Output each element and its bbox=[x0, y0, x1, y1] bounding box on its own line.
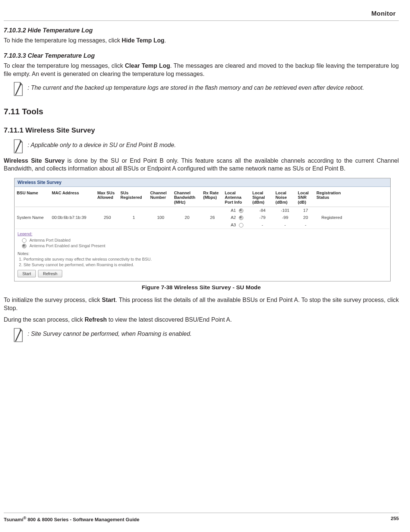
col-channel-number: Channel Number bbox=[149, 188, 173, 207]
antenna-label: A1 bbox=[231, 208, 236, 214]
cell-signal-a3: - bbox=[251, 222, 274, 229]
panel-note-2: Site Survey cannot be performed, when Ro… bbox=[23, 262, 390, 268]
cell-bsu-name: System Name bbox=[15, 214, 50, 222]
col-sus-registered: SUs Registered bbox=[119, 188, 149, 207]
header-rule bbox=[4, 20, 399, 21]
text: . bbox=[164, 37, 166, 44]
col-max-sus: Max SUs Allowed bbox=[96, 188, 119, 207]
cell-rx-rate: 26 bbox=[202, 214, 223, 222]
cell-snr-a2: 20 bbox=[296, 214, 315, 222]
wireless-site-survey-panel: Wireless Site Survey BSU Name MAC Addres… bbox=[14, 178, 391, 282]
cell-sus-registered: 1 bbox=[119, 214, 149, 222]
col-local-snr: Local SNR (dB) bbox=[296, 188, 315, 207]
cell-antenna-a2: A2 bbox=[223, 214, 251, 222]
panel-button-row: Start Refresh bbox=[18, 270, 387, 278]
heading-text: Tools bbox=[22, 107, 43, 116]
legend-disabled-icon bbox=[22, 238, 26, 243]
start-action: Start bbox=[102, 297, 115, 303]
wss-description: Wireless Site Survey is done by the SU o… bbox=[4, 157, 399, 173]
heading-7-11-1: 7.11.1 Wireless Site Survey bbox=[4, 125, 399, 135]
page-footer: Tsunami® 800 & 8000 Series - Software Ma… bbox=[4, 513, 399, 523]
text: To initialize the survey process, click bbox=[4, 297, 102, 303]
hide-temp-log-paragraph: To hide the temperature log messages, cl… bbox=[4, 36, 399, 45]
col-bandwidth: Channel Bandwidth (MHz) bbox=[173, 188, 202, 207]
antenna-a3-radio-icon bbox=[239, 223, 243, 227]
page-header-section: Monitor bbox=[4, 10, 396, 18]
note-text: : Applicable only to a device in SU or E… bbox=[28, 141, 176, 149]
note-roaming: : Site Survey cannot be performed, when … bbox=[13, 328, 399, 343]
legend-enabled: Antenna Port Enabled and Singal Present bbox=[22, 243, 390, 249]
legend-disabled: Antenna Port Disabled bbox=[22, 238, 390, 243]
refresh-button[interactable]: Refresh bbox=[38, 270, 62, 278]
cell-signal-a2: -79 bbox=[251, 214, 274, 222]
antenna-label: A2 bbox=[231, 215, 236, 221]
table-header-row: BSU Name MAC Address Max SUs Allowed SUs… bbox=[15, 188, 390, 207]
panel-notes-label: Notes: bbox=[18, 251, 387, 257]
note-icon bbox=[13, 328, 24, 343]
panel-body: BSU Name MAC Address Max SUs Allowed SUs… bbox=[15, 187, 390, 281]
start-paragraph: To initialize the survey process, click … bbox=[4, 296, 399, 312]
cell-snr-a3: - bbox=[296, 222, 315, 229]
heading-text: Wireless Site Survey bbox=[25, 126, 95, 134]
section-7-10-3-3-title: 7.10.3.3 Clear Temperature Log bbox=[4, 51, 399, 60]
note-text: : The current and the backed up temperat… bbox=[28, 84, 364, 92]
clear-temp-log-action: Clear Temp Log bbox=[125, 63, 170, 69]
table-row: System Name 00:0b:6b:b7:1b:39 250 1 100 … bbox=[15, 207, 390, 229]
wss-term: Wireless Site Survey bbox=[4, 157, 64, 164]
col-registration: Registration Status bbox=[315, 188, 348, 207]
col-local-signal: Local Signal (dBm) bbox=[251, 188, 274, 207]
footer-rule bbox=[4, 513, 399, 513]
refresh-action: Refresh bbox=[85, 316, 107, 323]
section-number: 7.10.3.3 bbox=[4, 52, 26, 59]
refresh-paragraph: During the scan process, click Refresh t… bbox=[4, 316, 399, 324]
col-mac: MAC Address bbox=[50, 188, 96, 207]
heading-number: 7.11.1 bbox=[4, 126, 23, 134]
legend-disabled-text: Antenna Port Disabled bbox=[29, 238, 70, 243]
legend-label: Legend: bbox=[18, 231, 32, 237]
note-text: : Site Survey cannot be performed, when … bbox=[28, 330, 192, 338]
col-local-noise: Local Noise (dBm) bbox=[274, 188, 296, 207]
text: 800 & 8000 Series - Software Management … bbox=[26, 517, 139, 522]
figure-caption: Figure 7-38 Wireless Site Survey - SU Mo… bbox=[4, 284, 399, 292]
text: To hide the temperature log messages, cl… bbox=[4, 37, 122, 44]
antenna-label: A3 bbox=[231, 222, 236, 228]
text: Tsunami bbox=[4, 517, 23, 522]
footer-doc-title: Tsunami® 800 & 8000 Series - Software Ma… bbox=[4, 515, 139, 523]
note-icon bbox=[13, 82, 24, 96]
legend-enabled-icon bbox=[22, 244, 26, 248]
cell-snr-a1: 17 bbox=[296, 207, 315, 214]
text: to view the latest discovered BSU/End Po… bbox=[107, 316, 232, 323]
heading-number: 7.11 bbox=[4, 107, 20, 116]
section-heading: Hide Temperature Log bbox=[28, 27, 93, 34]
note-icon bbox=[13, 139, 24, 154]
text: During the scan process, click bbox=[4, 316, 85, 323]
cell-channel: 100 bbox=[149, 214, 173, 222]
cell-antenna-a1: A1 bbox=[223, 207, 251, 214]
section-7-10-3-2-title: 7.10.3.2 Hide Temperature Log bbox=[4, 26, 399, 34]
cell-noise-a2: -99 bbox=[274, 214, 296, 222]
antenna-a1-radio-icon bbox=[239, 208, 243, 213]
section-number: 7.10.3.2 bbox=[4, 27, 26, 34]
hide-temp-log-action: Hide Temp Log bbox=[122, 37, 164, 44]
col-bsu-name: BSU Name bbox=[15, 188, 50, 207]
antenna-a2-radio-icon bbox=[239, 216, 243, 220]
cell-noise-a3: - bbox=[274, 222, 296, 229]
cell-noise-a1: -101 bbox=[274, 207, 296, 214]
note-flash-memory: : The current and the backed up temperat… bbox=[13, 82, 399, 96]
cell-bandwidth: 20 bbox=[173, 214, 202, 222]
heading-7-11-tools: 7.11 Tools bbox=[4, 106, 399, 117]
start-button[interactable]: Start bbox=[18, 270, 36, 278]
legend-enabled-text: Antenna Port Enabled and Singal Present bbox=[29, 243, 105, 249]
cell-signal-a1: -84 bbox=[251, 207, 274, 214]
cell-registration: Registered bbox=[315, 214, 348, 222]
section-heading: Clear Temperature Log bbox=[28, 52, 95, 59]
panel-title: Wireless Site Survey bbox=[15, 178, 390, 187]
note-applicable-mode: : Applicable only to a device in SU or E… bbox=[13, 139, 399, 154]
cell-mac: 00:0b:6b:b7:1b:39 bbox=[50, 214, 96, 222]
panel-notes-list: Performing site survey may effect the wi… bbox=[18, 257, 390, 268]
panel-note-1: Performing site survey may effect the wi… bbox=[23, 257, 390, 262]
col-rx-rate: Rx Rate (Mbps) bbox=[202, 188, 223, 207]
footer-page-number: 255 bbox=[391, 515, 399, 523]
col-antenna-info: Local Antenna Port Info bbox=[223, 188, 251, 207]
cell-antenna-a3: A3 bbox=[223, 222, 251, 229]
